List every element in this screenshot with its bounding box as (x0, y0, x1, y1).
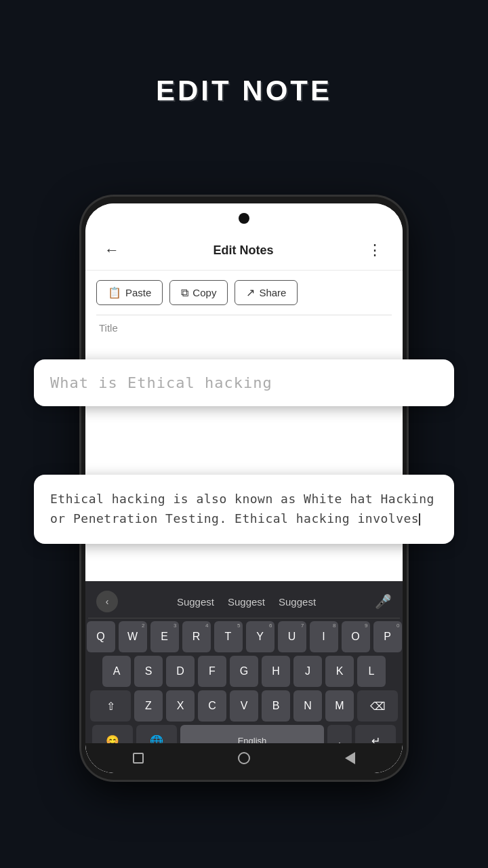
key-c[interactable]: C (198, 690, 226, 722)
key-x[interactable]: X (166, 690, 195, 722)
note-bubble: Ethical hacking is also known as White h… (34, 475, 454, 544)
key-v[interactable]: V (230, 690, 258, 722)
key-h[interactable]: H (262, 656, 290, 687)
key-f[interactable]: F (198, 656, 226, 687)
copy-label: Copy (192, 287, 216, 298)
key-u[interactable]: U7 (278, 621, 306, 652)
key-shift[interactable]: ⇧ (90, 690, 131, 722)
key-w[interactable]: W2 (119, 621, 147, 652)
key-y[interactable]: Y6 (246, 621, 274, 652)
title-field-label: Title (85, 315, 403, 336)
key-j[interactable]: J (293, 656, 322, 687)
note-bubble-text: Ethical hacking is also known as White h… (50, 490, 438, 529)
paste-label: Paste (125, 287, 151, 298)
phone-nav-bar (85, 743, 403, 773)
keyboard-rows: Q W2 E3 R4 T5 Y6 U7 I8 O9 P0 A S (88, 618, 400, 762)
cursor (419, 513, 420, 526)
note-text: Ethical hacking is also known as White h… (50, 492, 434, 526)
camera-notch (239, 213, 249, 224)
suggestion-1[interactable]: Suggest (177, 596, 214, 608)
key-g[interactable]: G (230, 656, 258, 687)
key-backspace[interactable]: ⌫ (357, 690, 398, 722)
key-z[interactable]: Z (134, 690, 163, 722)
key-k[interactable]: K (325, 656, 354, 687)
paste-icon: 📋 (108, 286, 121, 299)
key-r[interactable]: R4 (182, 621, 211, 652)
key-n[interactable]: N (293, 690, 322, 722)
key-d[interactable]: D (166, 656, 195, 687)
key-b[interactable]: B (262, 690, 290, 722)
suggestion-3[interactable]: Suggest (279, 596, 316, 608)
key-t[interactable]: T5 (214, 621, 243, 652)
more-button[interactable]: ⋮ (362, 239, 389, 262)
nav-back-button[interactable] (341, 749, 359, 767)
copy-button[interactable]: ⧉ Copy (169, 280, 228, 305)
back-button[interactable]: ← (99, 239, 125, 262)
triangle-icon (345, 752, 355, 764)
key-q[interactable]: Q (87, 621, 115, 652)
key-row-1: Q W2 E3 R4 T5 Y6 U7 I8 O9 P0 (92, 621, 396, 652)
share-label: Share (259, 287, 286, 298)
nav-square-button[interactable] (129, 749, 147, 767)
key-i[interactable]: I8 (310, 621, 338, 652)
key-p[interactable]: P0 (373, 621, 402, 652)
key-a[interactable]: A (102, 656, 131, 687)
key-row-3: ⇧ Z X C V B N M ⌫ (92, 690, 396, 722)
suggestion-bar: ‹ Suggest Suggest Suggest 🎤 (88, 587, 400, 618)
title-bubble-text: What is Ethical hacking (50, 374, 438, 391)
keyboard-back-button[interactable]: ‹ (96, 591, 118, 612)
suggestion-2[interactable]: Suggest (228, 596, 265, 608)
key-row-2: A S D F G H J K L (92, 656, 396, 687)
key-e[interactable]: E3 (150, 621, 179, 652)
suggestions-list: Suggest Suggest Suggest (177, 596, 316, 608)
square-icon (133, 753, 144, 764)
circle-icon (238, 752, 250, 764)
key-s[interactable]: S (134, 656, 163, 687)
key-l[interactable]: L (357, 656, 386, 687)
title-bubble: What is Ethical hacking (34, 359, 454, 406)
share-button[interactable]: ↗ Share (235, 280, 298, 305)
mic-button[interactable]: 🎤 (375, 593, 392, 610)
key-m[interactable]: M (325, 690, 354, 722)
key-o[interactable]: O9 (342, 621, 370, 652)
page-title: EDIT NOTE (0, 75, 488, 107)
copy-icon: ⧉ (181, 287, 188, 299)
nav-home-button[interactable] (235, 749, 253, 767)
paste-button[interactable]: 📋 Paste (96, 280, 163, 305)
action-buttons-row: 📋 Paste ⧉ Copy ↗ Share (85, 271, 403, 315)
nav-title: Edit Notes (213, 243, 273, 258)
share-icon: ↗ (246, 286, 255, 299)
